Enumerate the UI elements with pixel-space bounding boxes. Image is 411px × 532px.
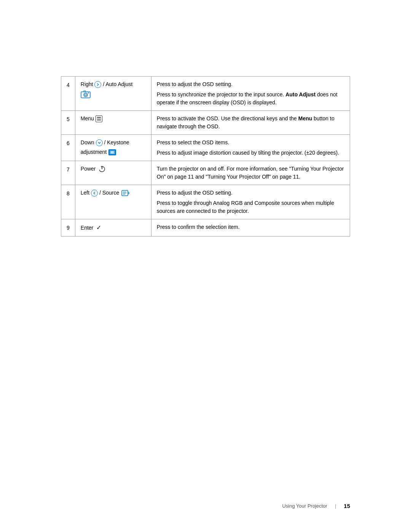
row-number: 4 [61,77,75,111]
table-row: 9 Enter ✓ Press to confirm the selection… [61,219,350,236]
menu-label: Menu [81,115,94,123]
table-row: 8 Left / Source [61,185,350,219]
row-number: 6 [61,135,75,161]
power-label: Power [81,165,96,173]
desc-line-1: Turn the projector on and off. For more … [157,165,344,181]
power-icon [99,166,105,173]
row-number: 9 [61,219,75,236]
desc-line-1: Press to confirm the selection item. [157,223,344,231]
row-name: Left / Source [75,185,151,219]
row-description: Turn the projector on and off. For more … [151,161,350,185]
source-icon [121,190,130,197]
svg-rect-4 [88,93,89,93]
left-label: Left [81,189,89,197]
adjustment-label: adjustment [81,148,107,156]
row-number: 5 [61,111,75,135]
right-label: Right [81,80,93,88]
source-label: / Source [99,189,119,197]
desc-line-1: Press to activate the OSD. Use the direc… [157,115,344,131]
down-label: Down [81,139,94,147]
auto-adjust-icon [81,90,91,98]
desc-line-1: Press to select the OSD items. [157,139,344,147]
svg-point-2 [84,94,86,96]
row-description: Press to select the OSD items. Press to … [151,135,350,161]
page-container: 4 Right / Auto Adjust [0,0,411,532]
table-row: 4 Right / Auto Adjust [61,77,350,111]
row-number: 8 [61,185,75,219]
row-description: Press to activate the OSD. Use the direc… [151,111,350,135]
row-name: Down / Keystone adjustment [75,135,151,161]
row-name: Right / Auto Adjust [75,77,151,111]
row-description: Press to confirm the selection item. [151,219,350,236]
footer-page-number: 15 [344,503,350,509]
desc-line-1: Press to adjust the OSD setting. [157,189,344,197]
enter-icon: ✓ [96,223,101,232]
menu-icon [96,115,102,122]
desc-line-2: Press to toggle through Analog RGB and C… [157,199,344,215]
enter-label: Enter [81,224,93,232]
row-name: Power [75,161,151,185]
row-number: 7 [61,161,75,185]
svg-rect-3 [84,91,86,92]
right-circle-icon [94,81,101,88]
svg-point-1 [84,93,88,97]
row-description: Press to adjust the OSD setting. Press t… [151,77,350,111]
row-description: Press to adjust the OSD setting. Press t… [151,185,350,219]
controls-table: 4 Right / Auto Adjust [61,76,350,236]
footer-section: Using Your Projector [282,503,327,509]
desc-line-2: Press to adjust image distortion caused … [157,149,344,157]
keystone-label: / Keystone [104,139,129,147]
footer-divider: | [335,503,336,509]
row-name: Menu [75,111,151,135]
keystone-icon [108,149,116,156]
desc-line-2: Press to synchronize the projector to th… [157,91,344,107]
desc-line-1: Press to adjust the OSD setting. [157,80,344,88]
page-footer: Using Your Projector | 15 [282,503,350,509]
table-row: 6 Down / Keystone [61,135,350,161]
left-circle-icon [91,190,98,197]
row-name: Enter ✓ [75,219,151,236]
table-row: 5 Menu Press to activate the OSD. Use th… [61,111,350,135]
table-row: 7 Power Turn the projector on and off. F… [61,161,350,185]
down-circle-icon [96,139,103,146]
auto-adjust-label: / Auto Adjust [103,80,132,88]
